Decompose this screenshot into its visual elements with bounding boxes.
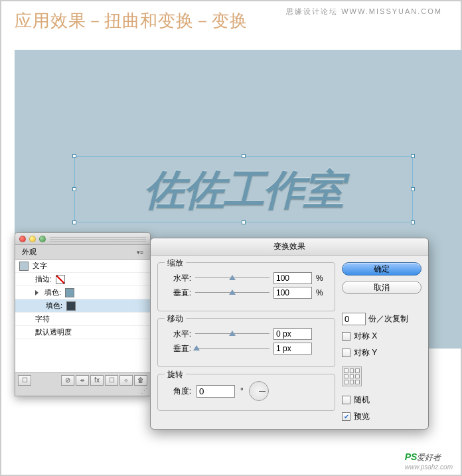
unit: %	[316, 288, 327, 297]
preview-option[interactable]: ✔ 预览	[342, 411, 422, 422]
selected-text-object[interactable]: 佐佐工作室	[74, 156, 413, 222]
minimize-icon[interactable]	[29, 236, 36, 242]
row-label: 字符	[35, 314, 50, 324]
group-legend: 旋转	[165, 369, 186, 380]
footer-btn-fx[interactable]: fx	[90, 375, 104, 386]
row-opacity[interactable]: 默认透明度	[15, 326, 150, 339]
watermark-top: 思缘设计论坛 WWW.MISSYUAN.COM	[286, 7, 442, 17]
move-h-slider[interactable]	[195, 329, 270, 339]
panel-grip	[50, 236, 146, 242]
row-label: 文字	[33, 261, 47, 271]
checkbox-icon[interactable]	[342, 332, 350, 341]
appearance-panel: 外观 ▾≡ 文字 描边: 填色: 填色: 字符 默认透明度	[15, 232, 151, 396]
scale-h-slider[interactable]	[195, 274, 270, 283]
row-stroke[interactable]: 描边:	[15, 273, 150, 286]
checkbox-icon[interactable]	[342, 396, 350, 404]
watermark-bottom: PS爱好者 www.psahz.com	[405, 451, 453, 471]
row-label: 默认透明度	[35, 327, 72, 337]
resize-grip-icon[interactable]: ⋰	[15, 387, 150, 396]
row-fill-2-selected[interactable]: 填色:	[15, 299, 150, 313]
group-legend: 缩放	[165, 258, 186, 269]
zoom-icon[interactable]	[39, 236, 46, 242]
move-h-input[interactable]	[273, 328, 312, 340]
footer-btn-new[interactable]: ☐	[105, 375, 118, 386]
close-icon[interactable]	[19, 236, 26, 242]
none-swatch-icon[interactable]	[56, 275, 65, 284]
scale-h-label: 水平:	[166, 273, 191, 284]
appearance-list: 文字 描边: 填色: 填色: 字符 默认透明度	[15, 260, 150, 372]
checkbox-checked-icon[interactable]: ✔	[342, 412, 350, 421]
group-legend: 移动	[165, 313, 186, 325]
row-text[interactable]: 文字	[15, 260, 150, 273]
row-label: 描边:	[35, 274, 52, 284]
appearance-tab[interactable]: 外观 ▾≡	[15, 245, 150, 260]
row-character[interactable]: 字符	[15, 313, 150, 326]
copies-input[interactable]	[342, 313, 366, 325]
transform-effect-dialog: 变换效果 缩放 水平: % 垂直: % 移动	[150, 238, 429, 430]
move-group: 移动 水平: 垂直:	[157, 318, 335, 367]
random-option[interactable]: 随机	[342, 394, 422, 406]
panel-footer: ☐ ⊘ ○ fx ☐ ⟐ 🗑	[15, 372, 150, 387]
row-fill-1[interactable]: 填色:	[15, 286, 150, 299]
cancel-button[interactable]: 取消	[342, 281, 422, 294]
panel-menu-icon[interactable]: ▾≡	[137, 249, 143, 256]
scale-v-input[interactable]	[273, 287, 312, 299]
scale-h-input[interactable]	[273, 272, 312, 284]
row-label: 填色:	[44, 287, 61, 297]
trash-icon[interactable]: 🗑	[134, 375, 147, 386]
unit: %	[316, 274, 327, 283]
angle-input[interactable]	[196, 385, 235, 398]
reflect-y-option[interactable]: 对称 Y	[342, 347, 422, 358]
move-v-slider[interactable]	[195, 344, 270, 353]
tab-label: 外观	[22, 247, 37, 257]
angle-label: 角度:	[166, 386, 191, 397]
checkbox-icon[interactable]	[342, 349, 350, 357]
move-v-label: 垂直:	[166, 343, 191, 355]
option-label: 对称 Y	[354, 347, 377, 358]
ok-button[interactable]: 确定	[342, 262, 422, 276]
scale-v-slider[interactable]	[195, 288, 270, 297]
footer-btn-none[interactable]: ⊘	[61, 375, 74, 386]
reflect-x-option[interactable]: 对称 X	[342, 331, 422, 342]
option-label: 随机	[354, 394, 370, 406]
rotate-group: 旋转 角度: °	[157, 374, 335, 411]
footer-btn-clear[interactable]: ○	[76, 375, 89, 386]
scale-group: 缩放 水平: % 垂直: %	[157, 262, 335, 311]
scale-v-label: 垂直:	[166, 287, 191, 299]
footer-btn-dup[interactable]: ⟐	[119, 375, 133, 386]
angle-dial[interactable]	[249, 381, 269, 401]
disclosure-icon[interactable]	[35, 290, 38, 295]
text-swatch-icon	[19, 262, 29, 271]
option-label: 预览	[354, 411, 370, 422]
move-v-input[interactable]	[273, 343, 312, 355]
fill-swatch-icon[interactable]	[65, 288, 74, 297]
footer-btn-1[interactable]: ☐	[18, 375, 31, 386]
artwork-text: 佐佐工作室	[75, 157, 412, 223]
anchor-point-grid[interactable]	[342, 366, 362, 386]
fill-swatch-icon[interactable]	[66, 301, 76, 311]
move-h-label: 水平:	[166, 329, 191, 340]
row-label: 填色:	[46, 301, 62, 311]
option-label: 对称 X	[354, 331, 377, 342]
unit: °	[240, 386, 244, 396]
panel-header[interactable]	[15, 233, 150, 245]
copies-label: 份／次复制	[368, 313, 408, 325]
dialog-title: 变换效果	[151, 238, 428, 256]
